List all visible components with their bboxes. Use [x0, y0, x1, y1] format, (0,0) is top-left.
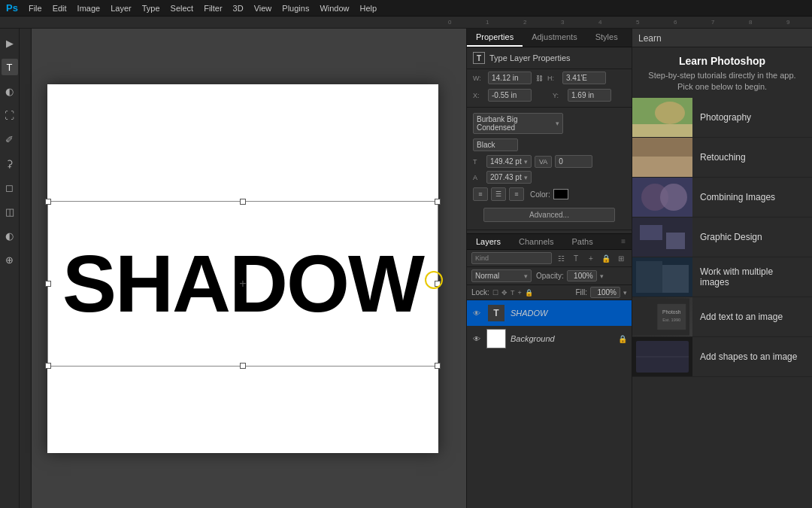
h-value[interactable]: 3.41'E	[562, 71, 606, 84]
align-center-btn[interactable]: ☰	[491, 187, 506, 201]
align-right-btn[interactable]: ≡	[509, 187, 524, 201]
menu-edit[interactable]: Edit	[53, 4, 67, 13]
tab-paths[interactable]: Paths	[563, 234, 602, 249]
right-panels: Properties Adjustments Styles ≡ T Type L…	[466, 29, 812, 508]
advanced-button[interactable]: Advanced...	[483, 208, 615, 222]
dodge-tool[interactable]: ◐	[2, 227, 18, 244]
brush-tool[interactable]: ✐	[2, 131, 18, 148]
handle-bl[interactable]	[45, 363, 51, 369]
handle-tc[interactable]	[240, 199, 246, 205]
lock-full-icon[interactable]: 🔒	[525, 289, 533, 297]
layers-search[interactable]: Kind	[471, 252, 552, 264]
menu-file[interactable]: File	[29, 4, 42, 13]
menu-3d[interactable]: 3D	[233, 4, 244, 13]
menu-select[interactable]: Select	[171, 4, 194, 13]
learn-header: Learn	[632, 29, 812, 47]
menu-image[interactable]: Image	[77, 4, 101, 13]
font-family-select[interactable]: Burbank Big Condensed ▾	[473, 113, 563, 134]
handle-tl[interactable]	[45, 199, 51, 205]
crop-tool[interactable]: ⛶	[2, 107, 18, 123]
layers-filter-icon[interactable]: ☷	[555, 252, 567, 264]
move-tool[interactable]: ▶	[2, 35, 18, 51]
learn-title-section: Learn Photoshop Step-by-step tutorials d…	[632, 47, 812, 98]
ruler-num: 4	[598, 19, 636, 26]
layers-add-icon[interactable]: +	[585, 252, 597, 264]
opacity-value[interactable]: 100%	[567, 270, 597, 281]
font-style-select[interactable]: Black	[473, 138, 518, 151]
canvas-text: SHADOW	[62, 243, 423, 324]
menu-layer[interactable]: Layer	[111, 4, 132, 13]
svg-rect-9	[640, 225, 662, 240]
tab-properties[interactable]: Properties	[467, 29, 523, 47]
layer-vis-bg[interactable]: 👁	[471, 333, 482, 344]
layers-new-icon[interactable]: T	[570, 252, 582, 264]
lock-move-icon[interactable]: ✥	[501, 289, 508, 297]
learn-label-multiple: Work with multiple images	[692, 266, 812, 287]
stamp-tool[interactable]: ⚳	[2, 155, 18, 172]
handle-bc[interactable]	[240, 363, 246, 369]
ruler-num: 2	[523, 19, 561, 26]
gradient-tool[interactable]: ◫	[2, 203, 18, 220]
handle-tr[interactable]	[435, 199, 441, 205]
tab-channels[interactable]: Channels	[510, 234, 562, 249]
type-tool[interactable]: T	[2, 59, 18, 75]
fill-value[interactable]: 100%	[590, 287, 620, 298]
layer-row-shadow[interactable]: 👁 T SHADOW	[467, 300, 632, 326]
va-icon: VA	[535, 156, 552, 168]
w-value[interactable]: 14.12 in	[488, 71, 532, 84]
tab-adjustments[interactable]: Adjustments	[523, 29, 586, 47]
layers-more-icon[interactable]: ⊞	[615, 252, 627, 264]
lock-pos-icon[interactable]: ☐	[492, 289, 498, 297]
handle-ml[interactable]	[45, 281, 51, 287]
learn-item-shapes[interactable]: Add shapes to an image	[632, 337, 812, 377]
lock-art-icon[interactable]: T	[511, 289, 515, 297]
x-value[interactable]: -0.55 in	[488, 89, 532, 102]
blend-mode-select[interactable]: Normal ▾	[471, 269, 532, 282]
learn-item-multiple[interactable]: Work with multiple images	[632, 257, 812, 297]
menu-plugins[interactable]: Plugins	[282, 4, 309, 13]
transform-circle[interactable]	[425, 271, 443, 289]
learn-item-graphic[interactable]: Graphic Design	[632, 217, 812, 257]
layer-name-bg: Background	[511, 334, 614, 343]
leading-field[interactable]: 207.43 pt ▾	[486, 171, 532, 184]
handle-br[interactable]	[435, 363, 441, 369]
svg-text:Photosh: Photosh	[662, 309, 681, 315]
layer-thumb-bg	[486, 329, 506, 348]
ruler-horizontal: 0 1 2 3 4 5 6 7 8 9 10 11	[0, 17, 812, 29]
menu-help[interactable]: Help	[360, 4, 377, 13]
lock-label: Lock:	[471, 288, 489, 297]
learn-item-photography[interactable]: Photography	[632, 98, 812, 138]
menu-filter[interactable]: Filter	[204, 4, 222, 13]
learn-item-combining[interactable]: Combining Images	[632, 178, 812, 217]
menu-type[interactable]: Type	[142, 4, 160, 13]
menu-view[interactable]: View	[254, 4, 272, 13]
menu-ps[interactable]: Ps	[6, 2, 18, 14]
layer-row-bg[interactable]: 👁 Background 🔒	[467, 326, 632, 351]
tab-styles[interactable]: Styles	[586, 29, 627, 47]
layers-close[interactable]: ≡	[615, 234, 632, 249]
handle-mr[interactable]	[435, 281, 441, 287]
blend-mode-value: Normal	[475, 272, 499, 280]
learn-label-shapes: Add shapes to an image	[692, 351, 804, 362]
font-size-field[interactable]: 149.42 pt ▾	[486, 155, 532, 168]
layer-vis-shadow[interactable]: 👁	[471, 308, 482, 318]
canvas-area[interactable]: SHADOW +	[20, 29, 466, 508]
layers-lock-icon[interactable]: 🔒	[600, 252, 612, 264]
learn-label-photography: Photography	[692, 112, 759, 123]
align-left-btn[interactable]: ≡	[473, 187, 488, 201]
lock-all-icon[interactable]: +	[517, 289, 521, 297]
color-swatch[interactable]	[553, 189, 568, 199]
eraser-tool[interactable]: ◻	[2, 179, 18, 196]
learn-item-retouching[interactable]: Retouching	[632, 138, 812, 178]
y-value[interactable]: 1.69 in	[568, 89, 611, 102]
menu-window[interactable]: Window	[320, 4, 349, 13]
layers-tabs: Layers Channels Paths ≡	[467, 234, 632, 250]
tab-layers[interactable]: Layers	[467, 234, 510, 249]
learn-item-text[interactable]: Photosh Est. 1990 Add text to an image	[632, 297, 812, 337]
tracking-field[interactable]: 0	[555, 155, 592, 168]
zoom-tool[interactable]: ⊕	[2, 251, 18, 268]
lasso-tool[interactable]: ◐	[2, 83, 18, 99]
font-family-value: Burbank Big Condensed	[477, 115, 556, 132]
ruler-num: 7	[711, 19, 749, 26]
ruler-num: 6	[674, 19, 711, 26]
